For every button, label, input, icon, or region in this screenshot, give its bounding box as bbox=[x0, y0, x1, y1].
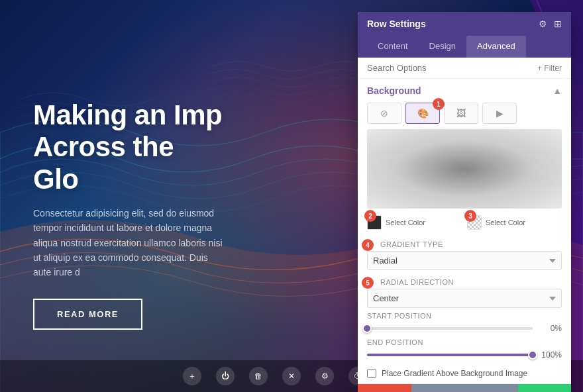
select-color-button-1[interactable]: Select Color bbox=[386, 219, 425, 226]
end-position-fill bbox=[367, 354, 533, 356]
start-position-section: Start Position 0% bbox=[358, 312, 571, 338]
panel-layout-icon[interactable]: ⊞ bbox=[554, 19, 562, 29]
toolbar-add[interactable]: ＋ bbox=[183, 367, 201, 385]
tab-advanced[interactable]: Advanced bbox=[466, 36, 526, 58]
end-position-thumb[interactable] bbox=[528, 350, 537, 360]
badge-3: 3 bbox=[464, 210, 476, 222]
start-position-thumb[interactable] bbox=[362, 324, 372, 333]
select-color-button-2[interactable]: Select Color bbox=[486, 219, 525, 226]
cancel-button[interactable]: ✕ bbox=[358, 384, 411, 392]
read-more-button[interactable]: READ MORE bbox=[33, 299, 142, 330]
tab-content[interactable]: Content bbox=[367, 36, 419, 58]
filter-button[interactable]: + Filter bbox=[537, 64, 562, 73]
panel-header-actions: ⚙ ⊞ bbox=[539, 19, 562, 29]
color-stops-row: 2 Select Color 3 Select Color bbox=[358, 215, 571, 236]
start-position-slider[interactable] bbox=[367, 327, 533, 330]
place-gradient-checkbox[interactable] bbox=[367, 369, 376, 378]
no-image-icon: ⊘ bbox=[380, 108, 388, 119]
hero-content: Making an Imp Across the Glo Consectetur… bbox=[33, 99, 225, 330]
video-icon: ▶ bbox=[496, 108, 504, 119]
place-gradient-label: Place Gradient Above Background Image bbox=[382, 369, 527, 378]
toolbar-delete[interactable]: 🗑 bbox=[249, 367, 268, 385]
section-title: Background bbox=[367, 85, 421, 96]
bg-type-none[interactable]: ⊘ bbox=[367, 103, 401, 124]
end-position-slider[interactable] bbox=[367, 354, 533, 356]
radial-direction-row: 5 Radial Direction Center bbox=[358, 274, 571, 312]
panel-search-bar: + Filter bbox=[358, 58, 571, 79]
start-position-value: 0% bbox=[538, 324, 562, 333]
badge-4: 4 bbox=[362, 239, 374, 251]
confirm-button[interactable]: ✓ bbox=[518, 384, 572, 392]
panel-title: Row Settings bbox=[367, 19, 426, 29]
badge-2: 2 bbox=[364, 210, 376, 222]
gradient-type-row: 4 Gradient Type Radial bbox=[358, 236, 571, 274]
row-settings-panel: Row Settings ⚙ ⊞ Content Design Advanced… bbox=[358, 12, 571, 392]
panel-settings-icon[interactable]: ⚙ bbox=[539, 19, 547, 29]
toolbar-settings[interactable]: ⚙ bbox=[315, 367, 334, 385]
panel-tabs: Content Design Advanced bbox=[358, 36, 571, 58]
end-position-section: End Position 100% bbox=[358, 338, 571, 365]
background-type-icons: ⊘ 1 🎨 🖼 ▶ bbox=[358, 100, 571, 129]
search-input[interactable] bbox=[367, 63, 532, 73]
hero-subtitle: Consectetur adipisicing elit, sed do eiu… bbox=[33, 206, 225, 280]
toolbar-power[interactable]: ⏻ bbox=[216, 367, 235, 385]
start-position-label: Start Position bbox=[358, 312, 571, 320]
color-icon: 🎨 bbox=[417, 108, 429, 119]
badge-1: 1 bbox=[433, 98, 445, 110]
redo-button[interactable]: ↻ bbox=[464, 384, 518, 392]
end-position-value: 100% bbox=[538, 350, 562, 360]
start-position-slider-row: 0% bbox=[358, 321, 571, 338]
undo-button[interactable]: ↺ bbox=[411, 384, 465, 392]
badge-5: 5 bbox=[362, 277, 374, 289]
radial-direction-select[interactable]: Center bbox=[367, 289, 562, 308]
section-collapse-icon[interactable]: ▲ bbox=[553, 85, 562, 96]
bg-type-video[interactable]: ▶ bbox=[482, 103, 517, 124]
panel-header: Row Settings ⚙ ⊞ bbox=[358, 12, 571, 36]
end-position-label: End Position bbox=[358, 338, 571, 346]
bg-type-image[interactable]: 🖼 bbox=[444, 103, 478, 124]
color-stop-2: 3 Select Color bbox=[467, 215, 562, 230]
panel-body: Background ▲ ⊘ 1 🎨 🖼 ▶ bbox=[358, 79, 571, 383]
gradient-type-label: Gradient Type bbox=[367, 240, 562, 248]
image-icon: 🖼 bbox=[456, 108, 466, 119]
radial-direction-label: Radial Direction bbox=[367, 278, 562, 286]
hero-title: Making an Imp Across the Glo bbox=[33, 99, 225, 195]
gradient-type-select[interactable]: Radial bbox=[367, 251, 562, 270]
place-gradient-row: Place Gradient Above Background Image bbox=[358, 365, 571, 383]
tab-design[interactable]: Design bbox=[419, 36, 466, 58]
background-section-header: Background ▲ bbox=[358, 79, 571, 100]
end-position-slider-row: 100% bbox=[358, 348, 571, 365]
color-stop-1: 2 Select Color bbox=[367, 215, 462, 230]
panel-footer: ✕ ↺ ↻ ✓ bbox=[358, 383, 571, 392]
gradient-preview[interactable] bbox=[367, 129, 562, 209]
bg-type-color[interactable]: 1 🎨 bbox=[405, 103, 440, 124]
toolbar-close[interactable]: ✕ bbox=[282, 367, 301, 385]
